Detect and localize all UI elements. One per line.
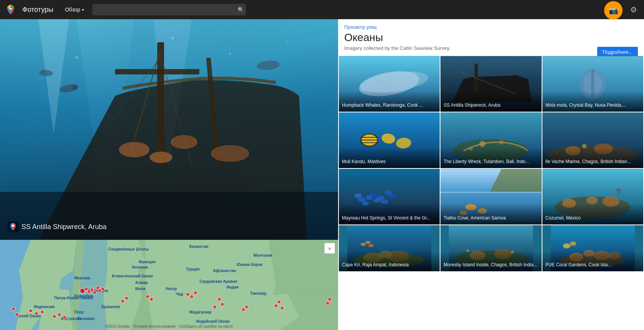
grid-item-12[interactable]: PUE Coral Gardens, Cook Isla... [542, 225, 643, 271]
map-pin[interactable] [213, 305, 217, 309]
grid-label-10: Cape Kri, Raja Ampat, Indonesia [342, 262, 437, 268]
grid-item-2[interactable]: SS Antilla Shipwreck, Aruba [440, 56, 541, 112]
map-pin[interactable] [280, 306, 284, 310]
photo-grid: Humpback Whales, Rarotonga, Cook ... SS … [338, 55, 644, 272]
grid-item-10[interactable]: Cape Kri, Raja Ampat, Indonesia [339, 225, 440, 271]
map-label: Папуа-Новая Гвинея [54, 296, 93, 300]
map-pin[interactable] [53, 315, 56, 318]
svg-rect-37 [475, 64, 478, 91]
grid-item-5[interactable]: The Liberty Wreck, Tulamben, Bali, Indo.… [440, 112, 541, 168]
grid-item-8[interactable]: Tiafeu Cove, American Samoa [440, 169, 541, 224]
left-panel: SS Antilla Shipwreck, Aruba [0, 19, 338, 330]
map-label: Перу [74, 310, 84, 314]
map-label: Алжир [135, 280, 148, 285]
settings-button[interactable]: ⚙ [627, 2, 640, 17]
grid-label-6: Ile Vache Marine, Chagos, British Indian… [545, 159, 640, 165]
map-pin[interactable] [274, 304, 278, 308]
map-label: Бразилия [102, 305, 120, 309]
grid-label-5: The Liberty Wreck, Tulamben, Bali, Indo.… [444, 159, 538, 165]
svg-point-90 [365, 241, 370, 244]
more-button[interactable]: Подробнее... [597, 47, 638, 57]
map-pin[interactable] [277, 300, 281, 304]
map-pin[interactable] [15, 313, 19, 317]
map-pin[interactable] [101, 287, 105, 291]
map-pin[interactable] [245, 305, 248, 309]
search-icon: 🔍 [238, 7, 244, 13]
map-pin[interactable] [326, 301, 330, 305]
map-pin[interactable] [12, 307, 15, 311]
map-pin[interactable] [93, 290, 97, 294]
map-label: Мадагаскар [189, 310, 212, 314]
search-container: 🔍 [92, 4, 246, 15]
map-label: Южная Корея [237, 262, 262, 267]
search-input[interactable] [92, 4, 246, 15]
map-pin[interactable] [150, 297, 153, 301]
map-pin[interactable] [34, 312, 38, 315]
map-label: Чад [176, 292, 183, 296]
grid-item-11[interactable]: Moresby Island Inside, Chagos, British I… [440, 225, 541, 271]
grid-label-2: SS Antilla Shipwreck, Aruba [444, 102, 538, 109]
map-container[interactable]: Казахстан Монголия Южная Корея Соединённ… [0, 240, 338, 330]
map-pin[interactable] [58, 313, 61, 317]
map-background: Казахстан Монголия Южная Корея Соединённ… [0, 240, 338, 330]
grid-item-1[interactable]: Humpback Whales, Rarotonga, Cook ... [339, 56, 440, 112]
map-pin[interactable] [186, 292, 190, 296]
app-title: Фототуры [22, 6, 53, 14]
svg-point-81 [586, 196, 598, 204]
camera-button[interactable]: 📷 [604, 1, 623, 20]
grid-label-11: Moresby Island Inside, Chagos, British I… [444, 262, 538, 268]
grid-item-4[interactable]: Muli Kandu, Maldives [339, 112, 440, 168]
svg-point-62 [358, 197, 366, 202]
map-pin[interactable] [29, 309, 33, 313]
map-label: Таиланд [250, 291, 266, 295]
map-pin[interactable] [190, 295, 194, 299]
main-content: SS Antilla Shipwreck, Aruba [0, 19, 644, 330]
map-label: Турция [186, 267, 199, 271]
map-pin[interactable] [40, 310, 44, 314]
svg-point-70 [388, 194, 396, 199]
nav-overview-button[interactable]: Обзор ▾ [61, 4, 87, 15]
svg-point-104 [563, 243, 570, 248]
expand-map-button[interactable]: » [324, 243, 335, 254]
map-pin[interactable] [146, 295, 150, 299]
map-pin[interactable] [217, 297, 221, 301]
grid-item-7[interactable]: Mayreau Hot Springs, St Vincent & the Gr… [339, 169, 440, 224]
panel-subtitle: Imagery collected by the Catlin Seaview … [344, 45, 638, 51]
map-label: Индонезия [34, 305, 54, 309]
map-label: Монголия [254, 253, 273, 257]
map-label: Испания [132, 265, 148, 269]
svg-point-91 [368, 244, 373, 247]
map-label: Казахстан [189, 244, 209, 249]
hero-location: SS Antilla Shipwreck, Aruba [8, 221, 107, 232]
map-pin[interactable] [62, 315, 66, 319]
grid-item-6[interactable]: Ile Vache Marine, Chagos, British Indian… [542, 112, 643, 168]
panel-header: Просмотр улиц Океаны Imagery collected b… [338, 19, 644, 55]
map-label: Саудовская Аравия [199, 279, 237, 284]
camera-icon: 📷 [609, 6, 618, 15]
grid-label-3: Mola mola, Crystal Bay, Nusa Penida,... [545, 102, 640, 109]
grid-label-8: Tiafeu Cove, American Samoa [444, 215, 538, 221]
map-pin[interactable] [328, 297, 332, 301]
map-pin[interactable] [125, 296, 128, 300]
map-pin[interactable] [121, 299, 125, 303]
map-label: Мексика [74, 276, 90, 280]
svg-rect-73 [440, 192, 541, 193]
svg-point-66 [369, 193, 377, 197]
grid-item-3[interactable]: Mola mola, Crystal Bay, Nusa Penida,... [542, 56, 643, 112]
grid-item-9[interactable]: Cozumel, Mexico [542, 169, 643, 224]
google-maps-logo [4, 3, 18, 16]
svg-rect-83 [617, 189, 620, 194]
map-pin[interactable] [220, 302, 224, 306]
right-panel: Просмотр улиц Океаны Imagery collected b… [338, 19, 644, 330]
map-label: Атлантический Океан [112, 274, 153, 278]
map-label: Афганистан [213, 269, 236, 273]
map-label: Соединённые Штаты [108, 247, 149, 251]
hero-image[interactable]: SS Antilla Shipwreck, Aruba [0, 19, 338, 240]
map-pin[interactable] [194, 291, 197, 295]
hero-location-text: SS Antilla Shipwreck, Aruba [21, 223, 107, 231]
svg-point-69 [381, 199, 388, 204]
svg-point-89 [361, 243, 366, 246]
app-header: Фототуры Обзор ▾ 🔍 📷 ⚙ [0, 0, 644, 19]
search-button[interactable]: 🔍 [238, 7, 244, 13]
map-footer: ©2015 Google · Условия использования · С… [105, 324, 233, 328]
